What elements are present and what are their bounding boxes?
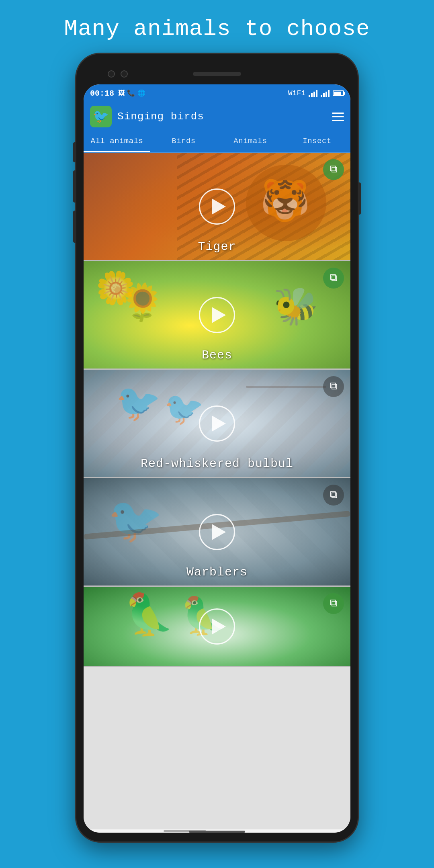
wifi-icon: WiFi [288, 89, 305, 97]
animal-card-parrots[interactable]: 🦜 🦜 ⧉ [84, 587, 350, 667]
copy-button-parrots[interactable]: ⧉ [323, 593, 344, 614]
copy-icon-bees: ⧉ [330, 272, 338, 284]
app-logo-icon: 🐦 [93, 108, 109, 125]
animal-list[interactable]: 🐯 ⧉ Tiger 🌼 🌻 🐝 ⧉ [84, 153, 350, 829]
tab-animals[interactable]: Animals [217, 131, 284, 152]
tab-birds[interactable]: Birds [150, 131, 217, 152]
play-button-bulbul[interactable] [199, 405, 235, 442]
signal-bar-2 [311, 93, 313, 97]
play-icon-bees [212, 307, 226, 323]
play-button-parrots[interactable] [199, 608, 235, 645]
copy-button-bees[interactable]: ⧉ [323, 268, 344, 289]
app-logo: 🐦 [90, 106, 112, 127]
signal2-bar-1 [321, 95, 322, 97]
battery-fill [334, 92, 341, 95]
copy-icon-warblers: ⧉ [330, 489, 338, 501]
warbler-bird: 🐦 [108, 494, 163, 549]
signal-bar-3 [313, 92, 315, 97]
photo-status-icon: 🖼 [118, 90, 125, 97]
copy-button-warblers[interactable]: ⧉ [323, 485, 344, 506]
front-camera [108, 70, 115, 78]
speaker-grille [193, 72, 241, 76]
signal-bars [309, 90, 317, 97]
copy-icon-parrots: ⧉ [330, 598, 338, 610]
battery-icon [333, 90, 344, 96]
status-time: 00:18 [90, 89, 114, 98]
play-button-tiger[interactable] [199, 188, 235, 225]
animal-name-warblers: Warblers [84, 565, 350, 579]
hamburger-line-3 [332, 120, 344, 121]
app-bar: 🐦 Singing birds [84, 102, 350, 131]
volume-up-button [73, 170, 76, 203]
copy-icon-bulbul: ⧉ [330, 381, 338, 393]
silent-button [73, 142, 76, 162]
animal-card-bees[interactable]: 🌼 🌻 🐝 ⧉ Bees [84, 261, 350, 370]
copy-button-tiger[interactable]: ⧉ [323, 159, 344, 180]
signal2-bar-3 [326, 92, 327, 97]
call-status-icon: 📞 [127, 89, 135, 97]
phone-frame: 00:18 🖼 📞 🌐 WiFi [76, 54, 358, 841]
copy-button-bulbul[interactable]: ⧉ [323, 376, 344, 397]
animal-name-bulbul: Red-whiskered bulbul [84, 457, 350, 471]
power-button [358, 182, 361, 215]
signal-bars-2 [321, 90, 330, 97]
phone-home-indicator [189, 831, 245, 833]
signal2-bar-4 [328, 90, 330, 97]
status-bar: 00:18 🖼 📞 🌐 WiFi [84, 84, 350, 102]
copy-icon-tiger: ⧉ [330, 164, 338, 176]
branch-detail [246, 386, 326, 388]
front-cameras [108, 70, 128, 78]
parrot-1: 🦜 [124, 591, 174, 640]
signal2-bar-2 [323, 93, 325, 97]
tab-all-animals[interactable]: All animals [84, 131, 150, 152]
play-button-warblers[interactable] [199, 514, 235, 550]
play-icon-parrots [212, 618, 226, 635]
play-icon-bulbul [212, 416, 226, 432]
signal-bar-1 [309, 95, 310, 97]
animal-name-bees: Bees [84, 348, 350, 362]
tiger-face: 🐯 [260, 177, 310, 226]
animal-card-tiger[interactable]: 🐯 ⧉ Tiger [84, 153, 350, 261]
tab-insect[interactable]: Insect [284, 131, 350, 152]
hamburger-line-1 [332, 113, 344, 114]
flower-2: 🌻 [120, 281, 165, 326]
hamburger-menu-button[interactable] [332, 113, 344, 121]
volume-down-button [73, 211, 76, 243]
play-icon-tiger [212, 199, 226, 215]
play-button-bees[interactable] [199, 297, 235, 333]
page-title: Many animals to choose [56, 0, 378, 54]
phone-top-notch [84, 66, 350, 82]
animal-card-bulbul[interactable]: 🐦 🐦 ⧉ Red-whiskered bulbul [84, 370, 350, 478]
category-tabs: All animals Birds Animals Insect [84, 131, 350, 153]
play-icon-warblers [212, 524, 226, 540]
status-left: 00:18 🖼 📞 🌐 [90, 89, 145, 98]
status-icons: 🖼 📞 🌐 [118, 89, 145, 97]
hamburger-line-2 [332, 116, 344, 117]
front-sensor [121, 70, 128, 78]
bee-emoji: 🐝 [273, 285, 318, 330]
animal-name-tiger: Tiger [84, 240, 350, 254]
signal-bar-4 [316, 90, 317, 97]
status-right: WiFi [288, 89, 344, 97]
bulbul-bird-1: 🐦 [116, 382, 161, 426]
animal-card-warblers[interactable]: 🐦 ⧉ Warblers [84, 478, 350, 587]
bulbul-bird-2: 🐦 [164, 390, 204, 429]
phone-screen: 00:18 🖼 📞 🌐 WiFi [84, 84, 350, 833]
app-title: Singing birds [117, 111, 332, 123]
translate-status-icon: 🌐 [137, 89, 145, 97]
